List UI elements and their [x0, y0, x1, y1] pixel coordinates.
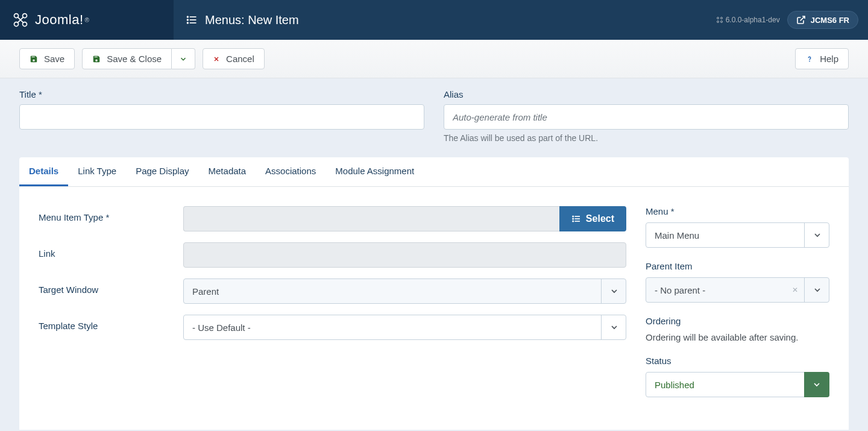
trademark: ® — [85, 17, 89, 24]
status-label: Status — [646, 356, 829, 366]
tab-module-assignment[interactable]: Module Assignment — [326, 157, 424, 186]
tab-details[interactable]: Details — [19, 157, 68, 186]
svg-point-11 — [720, 17, 722, 19]
save-button[interactable]: Save — [19, 48, 75, 69]
menu-item-type-display — [183, 206, 559, 231]
tabs-wrapper: Details Link Type Page Display Metadata … — [19, 157, 849, 430]
header-right: 6.0.0-alpha1-dev JCMS6 FR — [706, 11, 868, 29]
site-badge[interactable]: JCMS6 FR — [787, 11, 858, 29]
chevron-down-icon — [179, 55, 187, 63]
page-title: Menus: New Item — [205, 13, 299, 27]
title-input[interactable] — [19, 104, 424, 130]
svg-point-7 — [187, 16, 189, 17]
status-select[interactable]: Published — [646, 372, 829, 397]
save-close-button[interactable]: Save & Close — [82, 48, 172, 69]
joomla-logo-icon — [12, 11, 29, 28]
top-fields: Title * Alias The Alias will be used as … — [19, 89, 849, 143]
ordering-label: Ordering — [646, 316, 829, 326]
alias-input[interactable] — [444, 104, 849, 130]
menu-item-type-row: Menu Item Type * — [39, 206, 626, 231]
alias-help: The Alias will be used as part of the UR… — [444, 133, 849, 143]
clear-icon[interactable]: ✕ — [792, 286, 798, 294]
menu-item-type-label: Menu Item Type * — [39, 206, 183, 222]
title-field: Title * — [19, 89, 424, 143]
parent-field: Parent Item - No parent - ✕ — [646, 261, 829, 303]
tab-metadata[interactable]: Metadata — [199, 157, 256, 186]
admin-header: Joomla! ® Menus: New Item 6.0.0-alpha1-d… — [0, 0, 868, 40]
svg-line-14 — [800, 16, 804, 20]
logo-text: Joomla! — [35, 12, 84, 28]
svg-point-12 — [717, 21, 719, 23]
main-column: Menu Item Type * — [39, 206, 626, 411]
tab-content: Menu Item Type * — [19, 187, 849, 430]
svg-point-8 — [187, 19, 189, 20]
list-icon — [186, 14, 198, 26]
parent-select[interactable]: - No parent - ✕ — [646, 277, 829, 303]
link-label: Link — [39, 242, 183, 259]
template-style-row: Template Style - Use Default - — [39, 315, 626, 340]
target-window-row: Target Window Parent — [39, 278, 626, 304]
status-field: Status Published — [646, 356, 829, 397]
close-icon — [213, 55, 220, 63]
external-link-icon — [796, 15, 806, 25]
template-style-select[interactable]: - Use Default - — [183, 315, 626, 340]
target-window-label: Target Window — [39, 278, 183, 295]
svg-point-17 — [810, 61, 810, 61]
toolbar-left: Save Save & Close — [19, 48, 265, 69]
version-text[interactable]: 6.0.0-alpha1-dev — [716, 16, 780, 24]
content: Title * Alias The Alias will be used as … — [0, 78, 868, 431]
svg-point-13 — [720, 21, 722, 23]
select-type-button[interactable]: Select — [559, 206, 626, 231]
target-window-select[interactable]: Parent — [183, 278, 626, 304]
svg-point-9 — [187, 22, 189, 24]
tabs: Details Link Type Page Display Metadata … — [19, 157, 849, 187]
tab-page-display[interactable]: Page Display — [126, 157, 198, 186]
toolbar: Save Save & Close — [0, 40, 868, 78]
template-style-label: Template Style — [39, 315, 183, 331]
menu-select[interactable]: Main Menu — [646, 222, 829, 248]
help-button[interactable]: Help — [795, 48, 849, 69]
logo-section[interactable]: Joomla! ® — [0, 0, 174, 40]
title-section: Menus: New Item — [174, 13, 706, 27]
svg-point-21 — [573, 216, 573, 216]
menu-field: Menu * Main Menu — [646, 206, 829, 248]
list-icon — [571, 214, 581, 224]
help-icon — [805, 55, 814, 63]
save-icon — [92, 55, 101, 63]
link-row: Link — [39, 242, 626, 268]
ordering-text: Ordering will be available after saving. — [646, 332, 829, 342]
alias-field: Alias The Alias will be used as part of … — [444, 89, 849, 143]
title-label: Title * — [19, 89, 424, 99]
tab-associations[interactable]: Associations — [256, 157, 326, 186]
svg-point-23 — [573, 221, 573, 221]
svg-point-22 — [573, 218, 573, 219]
ordering-field: Ordering Ordering will be available afte… — [646, 316, 829, 342]
save-close-group: Save & Close — [82, 48, 195, 69]
parent-label: Parent Item — [646, 261, 829, 271]
toolbar-right: Help — [795, 48, 849, 69]
side-column: Menu * Main Menu Parent Item - No parent… — [646, 206, 829, 411]
cancel-button[interactable]: Cancel — [203, 48, 265, 69]
tab-link-type[interactable]: Link Type — [68, 157, 126, 186]
menu-label: Menu * — [646, 206, 829, 216]
save-dropdown-button[interactable] — [172, 48, 195, 69]
alias-label: Alias — [444, 89, 849, 99]
svg-point-10 — [717, 17, 719, 19]
link-display — [183, 242, 626, 268]
save-icon — [30, 55, 38, 63]
